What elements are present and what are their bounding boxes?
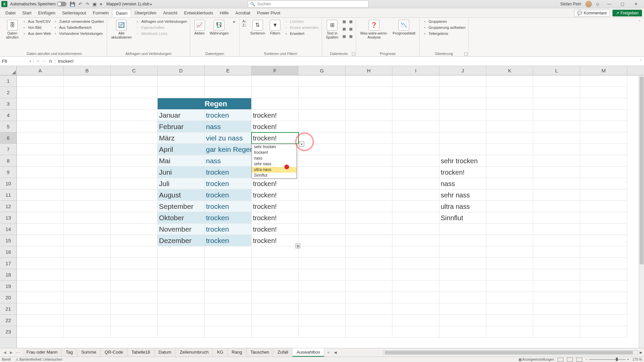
cell[interactable] xyxy=(533,201,580,212)
whatif-button[interactable]: ❓Was-wäre-wenn- Analyse xyxy=(359,19,389,40)
cell[interactable] xyxy=(392,167,439,178)
cell[interactable] xyxy=(345,235,392,246)
currencies-button[interactable]: 💱Währungen xyxy=(208,19,230,36)
sheet-tab[interactable]: Datum xyxy=(155,348,176,357)
cell[interactable] xyxy=(17,269,64,281)
sheet-nav-next-icon[interactable]: ► xyxy=(9,350,13,355)
cell[interactable] xyxy=(252,315,299,326)
sheet-tab[interactable]: Tag xyxy=(62,348,77,357)
cell[interactable] xyxy=(533,315,580,326)
cell[interactable] xyxy=(345,326,392,338)
cell[interactable] xyxy=(299,87,345,98)
sheet-tab[interactable]: Summe xyxy=(77,348,101,357)
cell[interactable] xyxy=(158,326,205,338)
avatar[interactable] xyxy=(585,1,592,7)
cell[interactable] xyxy=(299,132,345,144)
cell[interactable] xyxy=(299,201,345,212)
ribbon-item[interactable]: ▫Aus Text/CSV xyxy=(22,19,51,24)
menu-tab-einfügen[interactable]: Einfügen xyxy=(35,9,59,17)
menu-tab-entwicklertools[interactable]: Entwicklertools xyxy=(181,9,217,17)
cell[interactable] xyxy=(64,75,111,87)
cell[interactable] xyxy=(158,98,205,110)
cell[interactable] xyxy=(345,98,392,110)
sheet-nav-more-icon[interactable]: ⋯ xyxy=(15,350,20,355)
cell[interactable]: März xyxy=(158,132,205,144)
cell[interactable] xyxy=(158,269,205,281)
cell[interactable] xyxy=(392,178,439,189)
cell[interactable] xyxy=(158,75,205,87)
cell[interactable] xyxy=(345,246,392,258)
cell[interactable] xyxy=(486,326,533,338)
cell[interactable] xyxy=(392,235,439,246)
cell[interactable] xyxy=(533,121,580,132)
cell[interactable] xyxy=(111,281,158,292)
cell[interactable] xyxy=(345,303,392,315)
cell[interactable] xyxy=(64,224,111,235)
cell[interactable] xyxy=(345,155,392,167)
cell[interactable]: August xyxy=(158,189,205,201)
cell[interactable] xyxy=(392,189,439,201)
validation-dropdown-list[interactable]: sehr trockentrocken!nasssehr nassultra n… xyxy=(252,144,297,179)
menu-tab-ansicht[interactable]: Ansicht xyxy=(160,9,181,17)
cell[interactable] xyxy=(64,132,111,144)
cell[interactable] xyxy=(392,121,439,132)
cell[interactable]: nass xyxy=(205,121,252,132)
cell[interactable] xyxy=(486,144,533,155)
cell[interactable] xyxy=(252,75,299,87)
menu-tab-daten[interactable]: Daten xyxy=(112,9,131,17)
cell[interactable] xyxy=(299,269,345,281)
cell[interactable] xyxy=(486,87,533,98)
cell[interactable] xyxy=(486,292,533,303)
display-settings-button[interactable]: Anzeigeeinstellungen xyxy=(522,358,554,361)
enter-icon[interactable]: ✓ xyxy=(43,59,46,64)
cell[interactable] xyxy=(392,258,439,269)
row-header[interactable]: 22 xyxy=(0,315,16,326)
row-header[interactable]: 4 xyxy=(0,110,16,121)
sheet-tab[interactable]: Tauschen xyxy=(247,348,274,357)
row-header[interactable]: 20 xyxy=(0,292,16,303)
cell[interactable] xyxy=(486,269,533,281)
cell[interactable] xyxy=(252,326,299,338)
cell[interactable] xyxy=(533,224,580,235)
sheet-nav-prev-icon[interactable]: ◄ xyxy=(3,350,7,355)
cell[interactable] xyxy=(111,110,158,121)
column-header[interactable]: D xyxy=(158,66,205,75)
cell[interactable] xyxy=(580,75,627,87)
sheet-tab[interactable]: Rang xyxy=(228,348,247,357)
cell[interactable] xyxy=(392,110,439,121)
cell[interactable] xyxy=(439,132,486,144)
cell[interactable] xyxy=(64,315,111,326)
cell[interactable] xyxy=(439,98,486,110)
close-button[interactable]: ✕ xyxy=(629,0,643,8)
ribbon-item[interactable]: ▫Gruppieren xyxy=(422,19,465,24)
view-normal-icon[interactable] xyxy=(557,358,564,362)
cell[interactable] xyxy=(205,292,252,303)
cell[interactable] xyxy=(111,144,158,155)
ribbon-item[interactable]: ▫Teilergebnis xyxy=(422,31,465,36)
dropdown-option[interactable]: sehr nass xyxy=(252,161,297,167)
tool-icon[interactable]: ▦ xyxy=(348,34,353,39)
tool-icon[interactable]: ▦ xyxy=(342,26,346,31)
share-button[interactable]: ↗ Freigeben xyxy=(612,10,642,16)
cell[interactable] xyxy=(439,315,486,326)
cell[interactable] xyxy=(345,110,392,121)
cell[interactable] xyxy=(64,144,111,155)
cell[interactable] xyxy=(111,235,158,246)
cell[interactable] xyxy=(439,224,486,235)
row-header[interactable]: 11 xyxy=(0,189,16,201)
cell[interactable] xyxy=(486,246,533,258)
cell[interactable] xyxy=(533,155,580,167)
cell[interactable] xyxy=(17,326,64,338)
cell[interactable] xyxy=(392,98,439,110)
column-header[interactable]: I xyxy=(392,66,439,75)
cell[interactable] xyxy=(533,189,580,201)
text-to-columns-button[interactable]: ⊞Text in Spalten xyxy=(325,19,340,40)
cell[interactable] xyxy=(64,155,111,167)
cell[interactable] xyxy=(111,75,158,87)
cell[interactable] xyxy=(533,178,580,189)
cell[interactable] xyxy=(345,121,392,132)
row-header[interactable]: 3 xyxy=(0,98,16,110)
column-header[interactable]: H xyxy=(345,66,392,75)
cell[interactable] xyxy=(252,269,299,281)
fx-icon[interactable]: fx xyxy=(49,59,52,64)
